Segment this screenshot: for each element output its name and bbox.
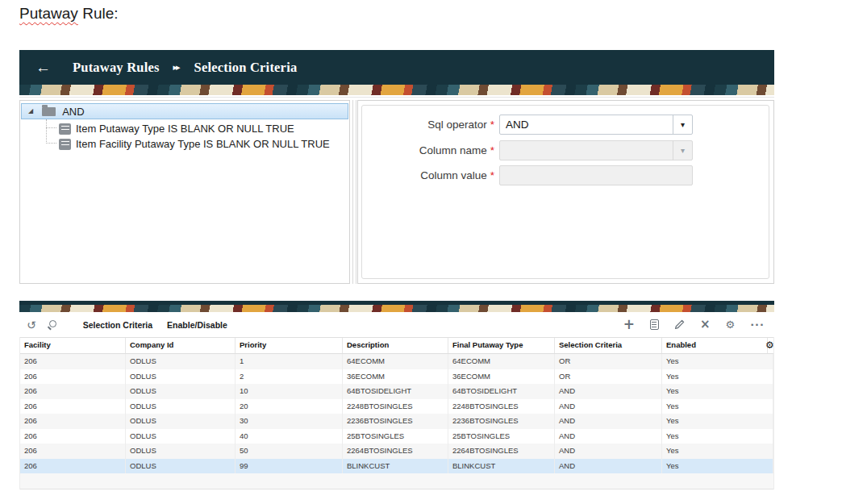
breadcrumb-separator-icon: ▸▸ xyxy=(173,62,179,73)
table-row[interactable]: 206ODLUS99BLINKCUSTBLINKCUSTANDYes xyxy=(20,459,773,474)
table-cell: Yes xyxy=(662,459,773,474)
tree-expand-icon[interactable]: ◢ xyxy=(28,108,33,115)
tree-node-condition[interactable]: Item Facility Putaway Type IS BLANK OR N… xyxy=(21,136,330,152)
condition-doc-icon xyxy=(59,123,71,135)
undo-icon[interactable]: ↺ xyxy=(27,319,36,331)
search-icon[interactable] xyxy=(47,319,58,331)
rules-table: Facility Company Id Priority Description… xyxy=(19,337,774,489)
column-name-value xyxy=(500,141,673,160)
required-marker: * xyxy=(490,169,494,181)
criteria-form-box: Sql operator* AND ▾ Column name* ▾ xyxy=(361,105,769,279)
more-options-icon[interactable]: ··· xyxy=(750,319,765,330)
chevron-down-icon: ▾ xyxy=(673,141,692,160)
table-cell: ODLUS xyxy=(126,369,236,385)
table-header-cell[interactable]: Final Putaway Type xyxy=(448,338,555,353)
table-row[interactable]: 206ODLUS302236BTOSINGLES2236BTOSINGLESAN… xyxy=(20,414,773,429)
table-cell: ODLUS xyxy=(126,399,236,414)
table-header-cell[interactable]: Company Id xyxy=(126,338,236,353)
table-cell: 2248BTOSINGLES xyxy=(343,399,448,414)
table-row[interactable]: 206ODLUS502264BTOSINGLES2264BTOSINGLESAN… xyxy=(20,444,773,459)
page-title-misspelled-word: Putaway xyxy=(19,5,78,22)
table-cell: 206 xyxy=(20,354,126,369)
table-cell: 64BTOSIDELIGHT xyxy=(448,384,555,399)
table-row[interactable]: 206ODLUS236ECOMM36ECOMMORYes xyxy=(20,369,773,385)
grid-toolbar: ↺ Selection Criteria Enable/Disable + × … xyxy=(19,312,774,337)
table-header-cell[interactable]: Facility xyxy=(20,338,126,353)
table-cell: 206 xyxy=(20,384,126,399)
table-body: 206ODLUS164ECOMM64ECOMMORYes206ODLUS236E… xyxy=(20,354,773,473)
table-header-cell[interactable]: Priority xyxy=(236,338,343,353)
sql-operator-label: Sql operator* xyxy=(362,115,494,135)
pane-splitter[interactable] xyxy=(350,100,357,284)
table-cell: 25BTOSINGLES xyxy=(343,429,448,444)
settings-gear-icon[interactable]: ⚙ xyxy=(726,319,736,330)
table-cell: 2236BTOSINGLES xyxy=(343,414,448,429)
table-cell: AND xyxy=(555,459,662,474)
tree-node-and-root[interactable]: ◢ AND xyxy=(21,103,348,119)
table-cell: Yes xyxy=(662,414,773,429)
delete-icon[interactable]: × xyxy=(700,319,711,331)
column-name-select: ▾ xyxy=(499,140,693,160)
sql-operator-select[interactable]: AND ▾ xyxy=(499,115,693,135)
table-cell: 2 xyxy=(236,369,343,385)
grid-actions: + × ⚙ ··· xyxy=(623,318,765,331)
back-arrow-icon[interactable]: ← xyxy=(35,60,51,75)
page-title-rest: Rule: xyxy=(78,5,119,22)
copy-icon[interactable] xyxy=(650,319,659,330)
chevron-down-icon[interactable]: ▾ xyxy=(673,115,692,134)
table-cell: 20 xyxy=(236,399,343,414)
column-settings-gear-icon[interactable]: ⚙ xyxy=(765,339,773,351)
table-cell: ODLUS xyxy=(126,459,236,474)
grid-tab[interactable]: Selection Criteria xyxy=(83,320,152,330)
table-cell: 1 xyxy=(236,354,343,369)
edit-pencil-icon[interactable] xyxy=(674,319,685,330)
table-cell: Yes xyxy=(662,354,773,369)
table-cell: ODLUS xyxy=(126,414,236,429)
breadcrumb-putaway-rules[interactable]: Putaway Rules xyxy=(73,60,160,76)
table-cell: 2248BTOSINGLES xyxy=(448,399,555,414)
form-row-column-name: Column name* ▾ xyxy=(362,140,769,160)
table-header-cell[interactable]: Selection Criteria xyxy=(555,338,662,353)
breadcrumb-selection-criteria[interactable]: Selection Criteria xyxy=(194,60,298,76)
table-cell: Yes xyxy=(662,399,773,414)
grid-tab[interactable]: Enable/Disable xyxy=(167,320,227,330)
tree-child-label: Item Facility Putaway Type IS BLANK OR N… xyxy=(76,138,330,150)
table-cell: 206 xyxy=(20,369,126,385)
table-cell: 40 xyxy=(236,429,343,444)
table-row[interactable]: 206ODLUS1064BTOSIDELIGHT64BTOSIDELIGHTAN… xyxy=(20,384,773,399)
divider xyxy=(19,97,774,98)
table-cell: 206 xyxy=(20,399,126,414)
grid-tabs: Selection Criteria Enable/Disable xyxy=(83,320,227,330)
table-row[interactable]: 206ODLUS164ECOMM64ECOMMORYes xyxy=(20,354,773,369)
table-header-cell[interactable]: Enabled xyxy=(662,338,768,353)
table-cell: 99 xyxy=(236,459,343,474)
add-icon[interactable]: + xyxy=(623,318,635,331)
table-cell: Yes xyxy=(662,369,773,385)
table-cell: AND xyxy=(555,414,662,429)
table-header-cell[interactable]: Description xyxy=(343,338,448,353)
column-value-label: Column value* xyxy=(362,165,494,185)
table-cell: AND xyxy=(555,384,662,399)
table-cell: ODLUS xyxy=(126,354,236,369)
page-title: Putaway Rule: xyxy=(19,5,119,23)
tree-node-condition[interactable]: Item Putaway Type IS BLANK OR NULL TRUE xyxy=(21,121,294,136)
table-cell: 64ECOMM xyxy=(343,354,448,369)
criteria-form-panel: Sql operator* AND ▾ Column name* ▾ xyxy=(357,100,774,284)
table-cell: Yes xyxy=(662,384,773,399)
folder-icon xyxy=(42,107,56,116)
table-cell: BLINKCUST xyxy=(448,459,555,474)
tree-child-label: Item Putaway Type IS BLANK OR NULL TRUE xyxy=(76,123,294,135)
decorative-banner-top xyxy=(19,85,774,95)
criteria-panes: ◢ AND Item Putaway Type IS BLANK OR NULL… xyxy=(19,100,774,284)
table-cell: 64BTOSIDELIGHT xyxy=(343,384,448,399)
condition-doc-icon xyxy=(59,139,71,150)
table-row[interactable]: 206ODLUS202248BTOSINGLES2248BTOSINGLESAN… xyxy=(20,399,773,414)
table-row[interactable]: 206ODLUS4025BTOSINGLES25BTOSINGLESANDYes xyxy=(20,429,773,444)
column-name-label: Column name* xyxy=(362,140,494,160)
form-row-column-value: Column value* xyxy=(362,165,769,185)
table-cell: 36ECOMM xyxy=(448,369,555,385)
table-cell: 64ECOMM xyxy=(448,354,555,369)
table-cell: AND xyxy=(555,399,662,414)
table-cell: 25BTOSINGLES xyxy=(448,429,555,444)
table-cell: Yes xyxy=(662,444,773,459)
